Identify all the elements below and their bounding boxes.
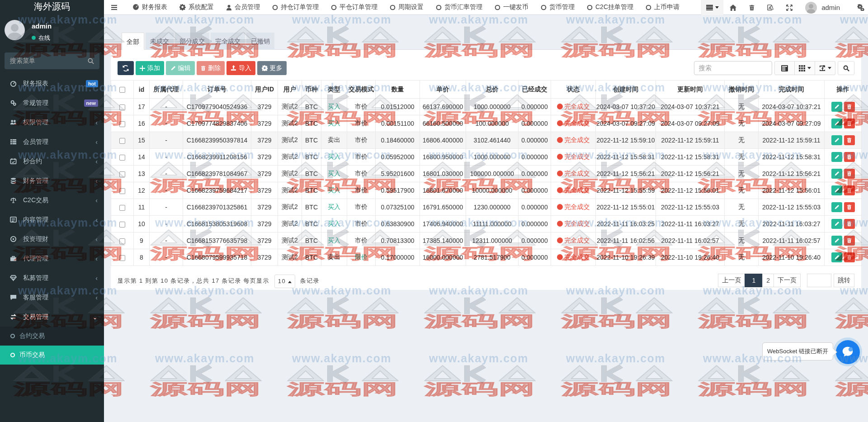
svg-text:A: A xyxy=(769,6,771,9)
